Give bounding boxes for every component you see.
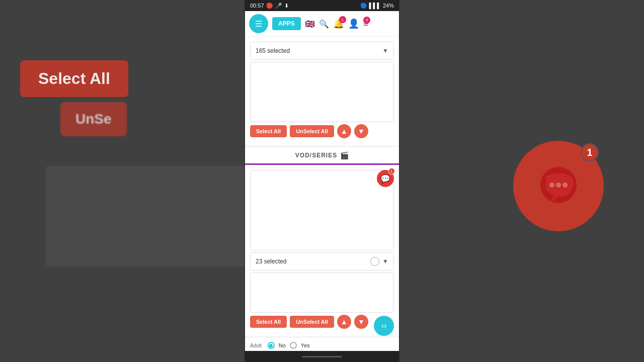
section1-selected-count: 165 selected bbox=[256, 47, 290, 54]
adult-yes-label: Yes bbox=[301, 342, 310, 348]
down-arrow-icon: ▼ bbox=[358, 127, 365, 135]
vod-dropdown[interactable]: 23 selected ▼ bbox=[250, 252, 394, 270]
section1-dropdown-arrow: ▼ bbox=[382, 47, 388, 54]
list-badge: 0 bbox=[363, 17, 370, 24]
apps-button[interactable]: APPS bbox=[272, 17, 301, 30]
vod-select-all-btn[interactable]: Select All bbox=[250, 316, 287, 328]
bg-left-panel: Select All UnSe bbox=[0, 0, 247, 362]
status-bar: 00:57 🔴 🎤 ⬇ 🔵 ▌▌▌ 24% bbox=[245, 0, 399, 11]
vod-chat-badge: 1 bbox=[388, 168, 395, 174]
battery-text: 24% bbox=[383, 3, 394, 9]
adult-label: Adult bbox=[250, 343, 262, 348]
notification-button[interactable]: 🔔 1 bbox=[333, 18, 344, 29]
nav-bar: ☰ APPS 🇬🇧 🔍 🔔 1 👤 ≡ 0 bbox=[245, 11, 399, 37]
status-right: 🔵 ▌▌▌ 24% bbox=[360, 3, 394, 9]
bg-right-panel: 1 bbox=[397, 0, 644, 362]
vod-selected-count: 23 selected bbox=[256, 258, 286, 265]
radio-filled-dot bbox=[269, 344, 273, 347]
bt-icon: 🔵 bbox=[360, 3, 367, 9]
vod-up-btn[interactable]: ▲ bbox=[337, 315, 351, 329]
recording-icon: 🔴 bbox=[266, 3, 273, 9]
chat-icon: 💬 bbox=[380, 174, 390, 184]
vod-down-btn[interactable]: ▼ bbox=[354, 315, 368, 329]
vod-section-header: VOD/SERIES 🎬 bbox=[245, 147, 399, 165]
vod-unselect-all-btn[interactable]: UnSelect All bbox=[290, 316, 334, 328]
user-icon: 👤 bbox=[348, 19, 359, 29]
menu-icon: ☰ bbox=[255, 19, 262, 29]
section1-up-btn[interactable]: ▲ bbox=[337, 124, 351, 138]
bg-unselect-btn: UnSe bbox=[60, 102, 127, 136]
section1-dropdown[interactable]: 165 selected ▼ bbox=[250, 42, 394, 60]
big-chat-badge: 1 bbox=[581, 143, 599, 161]
adult-no-radio[interactable] bbox=[268, 342, 275, 349]
mic-icon: 🎤 bbox=[275, 3, 282, 9]
section1-list-area bbox=[250, 62, 394, 122]
search-icon[interactable]: 🔍 bbox=[319, 19, 329, 29]
vod-circle-icon bbox=[370, 257, 379, 266]
menu-button[interactable]: ☰ bbox=[249, 14, 268, 33]
section1-btn-row: Select All UnSelect All ▲ ▼ bbox=[250, 124, 394, 138]
section1-down-btn[interactable]: ▼ bbox=[354, 124, 368, 138]
vod-down-arrow-icon: ▼ bbox=[358, 318, 365, 326]
adult-no-label: No bbox=[279, 342, 286, 348]
vod-block: 💬 1 23 selected ▼ Select All Un bbox=[245, 165, 399, 336]
download-icon: ⬇ bbox=[284, 3, 289, 9]
phone-frame: 00:57 🔴 🎤 ⬇ 🔵 ▌▌▌ 24% ☰ APPS 🇬🇧 🔍 🔔 1 👤 … bbox=[244, 0, 400, 362]
film-icon: 🎬 bbox=[340, 151, 349, 159]
big-chat-circle: 1 bbox=[513, 141, 604, 231]
section1-unselect-all-btn[interactable]: UnSelect All bbox=[290, 125, 334, 137]
phone-bottom-bar bbox=[245, 351, 399, 362]
up-arrow-icon: ▲ bbox=[341, 127, 348, 135]
adult-row: Adult No Yes bbox=[245, 338, 399, 351]
user-button[interactable]: 👤 bbox=[348, 18, 359, 29]
adult-yes-radio[interactable] bbox=[290, 342, 297, 349]
big-chat-icon-container: 1 bbox=[513, 141, 604, 231]
vod-chat-button[interactable]: 💬 1 bbox=[377, 170, 394, 187]
vod-list-area bbox=[250, 170, 394, 250]
bg-select-all-btn: Select All bbox=[20, 60, 128, 97]
menu-list-button[interactable]: ≡ 0 bbox=[363, 19, 369, 29]
vod-header-text: VOD/SERIES bbox=[295, 152, 337, 159]
vod-dropdown-arrow: ▼ bbox=[382, 258, 388, 265]
content-area: 165 selected ▼ Select All UnSelect All ▲… bbox=[245, 37, 399, 351]
notification-badge: 1 bbox=[339, 16, 346, 23]
bg-chat-area bbox=[45, 166, 262, 266]
vod-btn-row: Select All UnSelect All ▲ ▼ bbox=[250, 315, 394, 329]
svg-point-1 bbox=[549, 183, 554, 188]
code-icon: ‹› bbox=[381, 321, 387, 330]
status-time: 00:57 bbox=[250, 3, 264, 9]
vod-list-area-2 bbox=[250, 273, 394, 313]
bottom-indicator bbox=[302, 356, 342, 357]
section1-block: 165 selected ▼ Select All UnSelect All ▲… bbox=[245, 37, 399, 145]
code-button[interactable]: ‹› bbox=[374, 316, 394, 336]
signal-bars: ▌▌▌ bbox=[369, 3, 381, 9]
section1-select-all-btn[interactable]: Select All bbox=[250, 125, 287, 137]
svg-point-3 bbox=[562, 183, 568, 188]
svg-point-2 bbox=[556, 183, 561, 188]
vod-up-arrow-icon: ▲ bbox=[341, 318, 348, 326]
status-left: 00:57 🔴 🎤 ⬇ bbox=[250, 3, 289, 9]
language-flag[interactable]: 🇬🇧 bbox=[305, 19, 315, 29]
chat-svg bbox=[536, 166, 581, 206]
